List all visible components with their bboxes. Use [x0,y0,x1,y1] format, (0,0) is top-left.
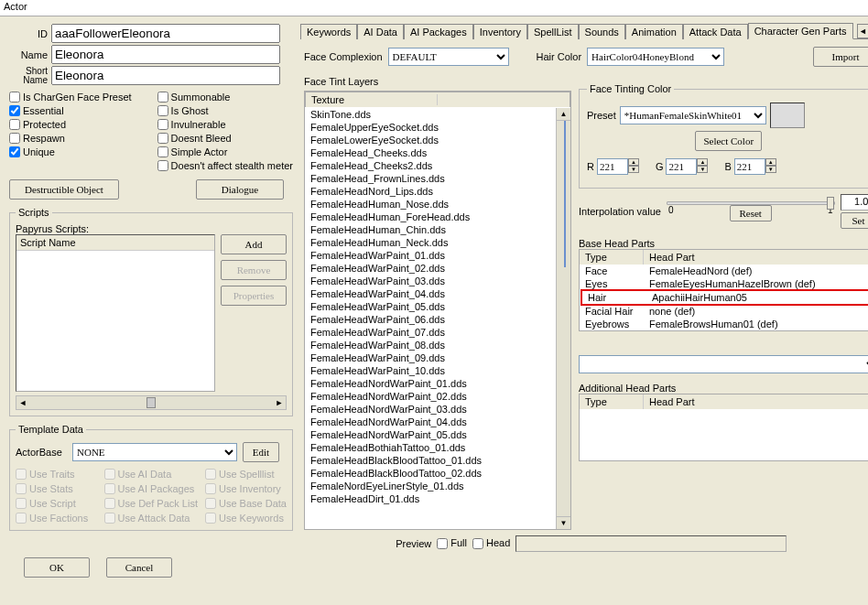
texture-item[interactable]: FemaleHeadDirt_01.dds [305,492,556,505]
tab-sounds[interactable]: Sounds [579,24,625,39]
g-spinner[interactable]: ▲▼ [666,158,708,175]
base-head-parts-table[interactable]: TypeHead Part FaceFemaleHeadNord (def)Ey… [579,249,868,331]
destructible-button[interactable]: Destructible Object [9,179,119,200]
tab-attack-data[interactable]: Attack Data [683,24,748,39]
texture-list[interactable]: Texture SkinTone.ddsFemaleUpperEyeSocket… [304,91,571,530]
texture-item[interactable]: FemaleHeadHuman_ForeHead.dds [305,211,556,223]
texture-item[interactable]: FemaleHeadNordWarPaint_01.dds [305,377,556,390]
tab-ai-packages[interactable]: AI Packages [404,24,473,39]
dialogue-button[interactable]: Dialogue [196,179,284,200]
base-head-parts-label: Base Head Parts [579,238,868,249]
r-spinner[interactable]: ▲▼ [597,158,639,175]
window-title: Actor [0,0,868,16]
texture-item[interactable]: FemaleHeadHuman_Nose.dds [305,198,556,211]
texture-item[interactable]: FemaleHeadWarPaint_08.dds [305,339,556,351]
texture-item[interactable]: FemaleHeadWarPaint_09.dds [305,351,556,364]
texture-item[interactable]: FemaleUpperEyeSocket.dds [305,121,556,134]
table-row[interactable]: FaceFemaleHeadNord (def) [580,265,868,277]
actorbase-select[interactable]: NONE [72,443,237,461]
table-row[interactable]: EyebrowsFemaleBrowsHuman01 (def) [580,318,868,330]
flag-summonable[interactable]: Summonable [157,91,293,103]
texture-item[interactable]: FemaleHeadBothiahTattoo_01.dds [305,441,556,454]
texture-item[interactable]: FemaleHeadNordWarPaint_03.dds [305,403,556,416]
face-complexion-select[interactable]: DEFAULT [388,48,509,66]
texture-item[interactable]: FemaleHeadWarPaint_07.dds [305,326,556,339]
scripts-legend: Scripts [16,207,52,218]
texture-item[interactable]: FemaleHeadWarPaint_10.dds [305,364,556,377]
scripts-list[interactable]: Script Name [16,234,215,392]
flag-invulnerable[interactable]: Invulnerable [157,118,293,131]
table-row[interactable]: HairApachiiHairHuman05 [580,289,868,306]
tab-ai-data[interactable]: AI Data [357,24,404,39]
flag-essential[interactable]: Essential [9,104,132,117]
flag-unique[interactable]: Unique [9,146,132,158]
texture-item[interactable]: FemaleHeadNordWarPaint_05.dds [305,428,556,441]
texture-item[interactable]: FemaleHeadNordWarPaint_04.dds [305,416,556,428]
b-spinner[interactable]: ▲▼ [734,158,776,175]
table-row[interactable]: Facial Hairnone (def) [580,305,868,318]
set-button[interactable]: Set [841,212,868,229]
face-complexion-label: Face Complexion [304,51,383,62]
edit-button[interactable]: Edit [243,442,279,462]
texture-item[interactable]: FemaleHeadHuman_Neck.dds [305,236,556,249]
texture-item[interactable]: FemaleLowerEyeSocket.dds [305,134,556,146]
tab-keywords[interactable]: Keywords [300,24,357,39]
tab-scroll-left[interactable]: ◄ [857,24,868,38]
texture-item[interactable]: FemaleHeadHuman_Chin.dds [305,223,556,236]
col-headpart2: Head Part [644,394,868,409]
tab-spelllist[interactable]: SpellList [527,24,579,39]
preset-select[interactable]: *HumanFemaleSkinWhite01 [620,106,766,124]
texture-item[interactable]: FemaleHeadWarPaint_02.dds [305,262,556,275]
hair-color-select[interactable]: HairColor04HoneyBlond [587,48,724,66]
headpart-select[interactable] [579,355,868,373]
tab-inventory[interactable]: Inventory [473,24,527,39]
tab-animation[interactable]: Animation [625,24,683,39]
flag-doesn-t-affect-stealth-meter[interactable]: Doesn't affect stealth meter [157,159,293,172]
actorbase-label: ActorBase [16,447,72,458]
flag-simple-actor[interactable]: Simple Actor [157,146,293,158]
texture-item[interactable]: FemaleHeadWarPaint_01.dds [305,249,556,262]
texture-item[interactable]: FemaleHeadNordWarPaint_02.dds [305,390,556,403]
shortname-input[interactable] [51,66,280,85]
select-color-button[interactable]: Select Color [695,131,762,151]
tmpl-use-base-data: Use Base Data [205,497,287,510]
ok-button[interactable]: OK [24,557,90,578]
name-input[interactable] [51,45,280,64]
id-input[interactable] [51,24,280,43]
texture-item[interactable]: FemaleHeadWarPaint_05.dds [305,300,556,313]
preview-box [515,535,787,552]
add-button[interactable]: Add [221,234,287,254]
b-label: B [724,161,731,172]
texture-item[interactable]: FemaleHeadNord_Lips.dds [305,185,556,198]
tab-character-gen-parts[interactable]: Character Gen Parts [748,23,853,39]
texture-item[interactable]: SkinTone.dds [305,108,556,121]
full-checkbox[interactable]: Full [437,537,467,550]
flag-respawn[interactable]: Respawn [9,132,132,145]
add-head-parts-table[interactable]: TypeHead Part [579,394,868,461]
flag-is-ghost[interactable]: Is Ghost [157,104,293,117]
import-button[interactable]: Import [813,47,868,67]
texture-item[interactable]: FemaleNordEyeLinerStyle_01.dds [305,480,556,492]
interp-slider[interactable] [667,201,835,205]
head-checkbox[interactable]: Head [472,537,510,550]
texture-item[interactable]: FemaleHeadBlackBloodTattoo_01.dds [305,454,556,467]
col-headpart: Head Part [644,250,868,265]
flag-doesnt-bleed[interactable]: Doesnt Bleed [157,132,293,145]
flag-protected[interactable]: Protected [9,118,132,131]
texture-item[interactable]: FemaleHead_Cheeks2.dds [305,159,556,172]
template-group: Template Data ActorBase NONE Edit Use Tr… [9,424,293,531]
texture-item[interactable]: FemaleHeadWarPaint_03.dds [305,275,556,287]
shortname-label: Short Name [9,67,51,85]
texture-vscroll[interactable]: ▲▼ [556,108,570,529]
flag-is-chargen-face-preset[interactable]: Is CharGen Face Preset [9,91,132,103]
table-row[interactable]: EyesFemaleEyesHumanHazelBrown (def) [580,277,868,290]
cancel-button[interactable]: Cancel [106,557,172,578]
reset-button[interactable]: Reset [730,205,772,221]
texture-item[interactable]: FemaleHeadWarPaint_06.dds [305,313,556,326]
texture-item[interactable]: FemaleHead_Cheeks.dds [305,146,556,159]
scripts-group: Scripts Papyrus Scripts: Script Name Add… [9,207,293,416]
texture-item[interactable]: FemaleHeadBlackBloodTattoo_02.dds [305,467,556,480]
scripts-hscroll[interactable]: ◄► [16,395,287,410]
texture-item[interactable]: FemaleHeadWarPaint_04.dds [305,287,556,300]
texture-item[interactable]: FemaleHead_FrownLines.dds [305,172,556,185]
